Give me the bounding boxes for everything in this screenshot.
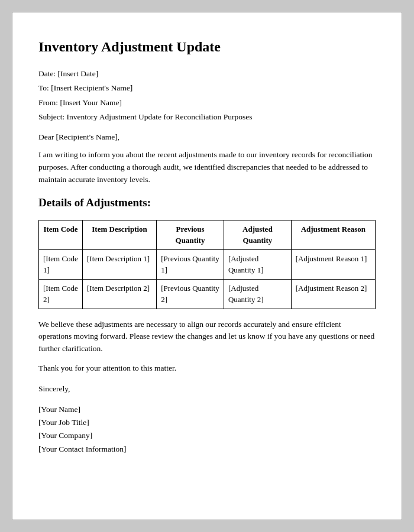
salutation: Dear [Recipient's Name], — [38, 131, 376, 143]
document-title: Inventory Adjustment Update — [38, 36, 376, 57]
col-header-adj-reason: Adjustment Reason — [291, 220, 375, 249]
thank-you-line: Thank you for your attention to this mat… — [38, 362, 376, 374]
signature-block: [Your Name] [Your Job Title] [Your Compa… — [38, 403, 376, 456]
table-cell: [Adjustment Reason 1] — [291, 249, 375, 279]
table-cell: [Adjusted Quantity 2] — [224, 279, 291, 309]
date-line: Date: [Insert Date] — [38, 68, 376, 80]
signature-company: [Your Company] — [38, 429, 376, 442]
table-cell: [Adjusted Quantity 1] — [224, 249, 291, 279]
signature-title: [Your Job Title] — [38, 416, 376, 429]
section-heading: Details of Adjustments: — [38, 194, 376, 212]
table-header-row: Item Code Item Description Previous Quan… — [39, 220, 376, 249]
document-page: Inventory Adjustment Update Date: [Inser… — [12, 12, 402, 520]
from-line: From: [Insert Your Name] — [38, 97, 376, 109]
table-cell: [Item Code 2] — [39, 279, 83, 309]
signature-contact: [Your Contact Information] — [38, 443, 376, 456]
body-paragraph: I am writing to inform you about the rec… — [38, 149, 376, 186]
table-cell: [Item Description 1] — [82, 249, 156, 279]
table-cell: [Previous Quantity 1] — [157, 249, 224, 279]
table-row: [Item Code 2][Item Description 2][Previo… — [39, 279, 376, 309]
table-cell: [Item Code 1] — [39, 249, 83, 279]
table-row: [Item Code 1][Item Description 1][Previo… — [39, 249, 376, 279]
col-header-item-desc: Item Description — [82, 220, 156, 249]
adjustments-table: Item Code Item Description Previous Quan… — [38, 220, 376, 309]
table-cell: [Item Description 2] — [82, 279, 156, 309]
subject-line: Subject: Inventory Adjustment Update for… — [38, 111, 376, 123]
col-header-adj-qty: Adjusted Quantity — [224, 220, 291, 249]
table-cell: [Previous Quantity 2] — [157, 279, 224, 309]
sincerely-line: Sincerely, — [38, 383, 376, 395]
table-cell: [Adjustment Reason 2] — [291, 279, 375, 309]
col-header-prev-qty: Previous Quantity — [157, 220, 224, 249]
signature-name: [Your Name] — [38, 403, 376, 416]
to-line: To: [Insert Recipient's Name] — [38, 82, 376, 94]
closing-paragraph: We believe these adjustments are necessa… — [38, 319, 376, 356]
col-header-item-code: Item Code — [39, 220, 83, 249]
